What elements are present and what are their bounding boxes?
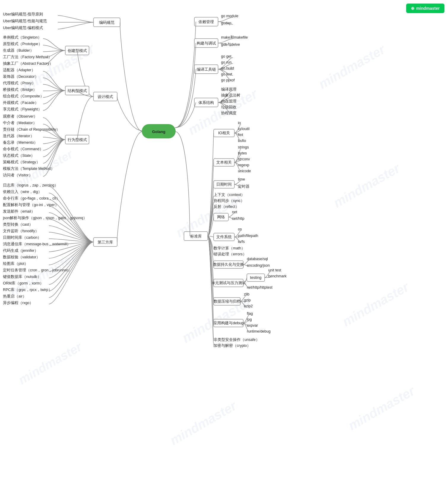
- stdlib-label: 标准库: [190, 234, 202, 238]
- facade-label: 外观模式（Facade）: [3, 101, 39, 105]
- compiler-tools-label: 编译工具链: [197, 67, 216, 72]
- net-label: net: [232, 210, 237, 214]
- line-facade: [43, 91, 65, 104]
- compression-label: 数据压缩与归档: [214, 299, 241, 303]
- nutsdb-label: 键值数据库（nutsdb）: [3, 275, 41, 279]
- gobuild-label: go build: [221, 66, 234, 70]
- wire-label: 依赖注入（wire，dig）: [3, 190, 42, 194]
- line-time: [234, 181, 241, 184]
- system-structure-label: 体系结构: [198, 100, 214, 105]
- email-label: 发送邮件（email）: [3, 209, 35, 214]
- gorm-label: ORM库（gorm，xorm）: [3, 281, 44, 285]
- cobra-label: 命令行库（go-flags，cobra，cli）: [3, 196, 60, 200]
- gzip-label: gzip: [244, 298, 251, 302]
- memento-label: 备忘录（Memento）: [3, 140, 38, 145]
- log-label: log: [247, 317, 252, 322]
- plot-label: 绘图库（plot）: [3, 262, 28, 266]
- fsnodify-label: 文件监听（fsnodify）: [3, 229, 39, 233]
- third-party-label: 第三方库: [98, 240, 113, 244]
- path-label: path/filepath: [238, 234, 258, 238]
- air-label: 热重启（air）: [3, 294, 26, 298]
- decorator-label: 装饰器（Decorator）: [3, 75, 39, 79]
- sync-label: 协程同步（sync）: [214, 199, 244, 203]
- singleton-label: 单例模式（Singleton）: [3, 35, 42, 39]
- adapter-label: 适配器（Adapter）: [3, 68, 35, 72]
- visitor-label: 访问者（Visitor）: [3, 173, 33, 177]
- persistence-label: 数据持久化与交换: [213, 262, 244, 267]
- flag-label: flag: [247, 311, 253, 316]
- timer-label: 定时器: [238, 184, 250, 189]
- mindmap-svg: text { font-family: Arial, sans-serif; f…: [0, 0, 448, 495]
- chain-label: 责任链（Chain of Responsibility）: [3, 127, 60, 132]
- state-label: 状态模式（State）: [3, 154, 35, 158]
- strategy-label: 策略模式（Strategy）: [3, 160, 40, 164]
- line-uber3: [58, 22, 93, 29]
- expvar-label: expvar: [247, 323, 258, 328]
- line-strconv: [234, 160, 241, 162]
- proxy-label: 代理模式（Proxy）: [3, 81, 36, 85]
- logo-text: mindmaster: [416, 6, 440, 11]
- testing-inner-label: testing: [250, 275, 261, 280]
- template-label: 模板方法（Template Method）: [3, 166, 55, 171]
- line-singleton: [43, 39, 65, 50]
- line-third-party: [117, 132, 142, 242]
- flyweight-label: 享元模式（Flyweight）: [3, 107, 42, 111]
- line-log: [243, 321, 249, 323]
- bridge-label: 桥接模式（Bridge）: [3, 88, 37, 92]
- carbon-label: 日期时间库（carbon）: [3, 235, 41, 240]
- dependency-label: 依赖管理: [198, 20, 214, 24]
- line-design-patterns: [117, 97, 142, 131]
- coding-standards-label: 编码规范: [99, 20, 115, 25]
- unsafe-label: 非类型安全操作（unsafe）: [214, 337, 260, 342]
- line-viper: [49, 206, 93, 242]
- httptest-label: net/http/httptest: [247, 285, 273, 290]
- errors-label: 错误处理（errors）: [213, 252, 247, 256]
- testing-outer-label: 单元测试与压力测试: [211, 281, 246, 285]
- line-visitor: [43, 140, 65, 176]
- mindmaster-logo: ⊕ mindmaster: [406, 4, 444, 13]
- line-chain: [43, 131, 65, 140]
- build-debug-label: 构建与调试: [196, 41, 216, 45]
- composite-label: 组合模式（Composite）: [3, 94, 44, 98]
- compile-theory-label: 编译原理: [221, 87, 236, 91]
- crypto-label: 加密与解密（crypto）: [214, 344, 251, 348]
- gomodule-label: go module: [221, 14, 238, 18]
- io-label: IO相关: [218, 131, 230, 135]
- runtimedebug-label: runtime/debug: [247, 329, 271, 333]
- datetime-label: 日期时间: [216, 182, 232, 186]
- design-patterns-label: 设计模式: [98, 94, 113, 99]
- line-uber1: [58, 15, 93, 22]
- line-stdlib: [175, 132, 190, 236]
- line-coding-standards: [120, 22, 142, 132]
- appdebug-label: 应用构建与debug: [213, 321, 243, 325]
- encodingjson-label: encoding/json: [247, 263, 270, 268]
- context-label: 上下文（context）: [214, 193, 245, 197]
- gopprof-label: go pprof: [221, 78, 235, 82]
- benchmark-label: benchmark: [268, 274, 287, 278]
- dbsql-label: database/sql: [247, 257, 268, 261]
- gjson-label: json解析与操作（gjson，sjson，gabs，gojsonq）: [3, 216, 87, 220]
- builder-label: 生成器（Builder）: [3, 48, 34, 53]
- line-grpc: [49, 242, 93, 291]
- reflect-label: 反射（reflect）: [214, 205, 239, 209]
- line-prototype: [43, 45, 65, 50]
- gorun-label: go run: [221, 60, 231, 64]
- nethttp-label: net/http: [232, 216, 244, 221]
- make-label: make和makefile: [221, 35, 248, 39]
- io-ioutil-label: io/ioutil: [238, 127, 250, 131]
- strings-label: strings: [238, 145, 249, 149]
- rxgo-label: 异步编程（rxgo）: [3, 301, 33, 305]
- line-compiler-tools: [175, 69, 196, 128]
- time-label: time: [238, 177, 245, 181]
- math-label: 数学计算（math）: [214, 246, 245, 250]
- abstract-factory-label: 抽象工厂（Abstract Factory）: [3, 61, 53, 66]
- uber1-label: Uber编码规范-指导原则: [3, 12, 43, 16]
- command-label: 命令模式（Command）: [3, 147, 43, 151]
- line-state: [43, 140, 65, 157]
- regexp-label: regexp: [238, 163, 249, 167]
- grpc-label: RPC库（grpc，rpcx，twirp）: [3, 288, 52, 292]
- line-decorator: [43, 78, 65, 91]
- gdb-label: gdb与delve: [221, 42, 240, 47]
- logo-icon: ⊕: [411, 6, 414, 11]
- observer-label: 观察者（Observer）: [3, 114, 37, 118]
